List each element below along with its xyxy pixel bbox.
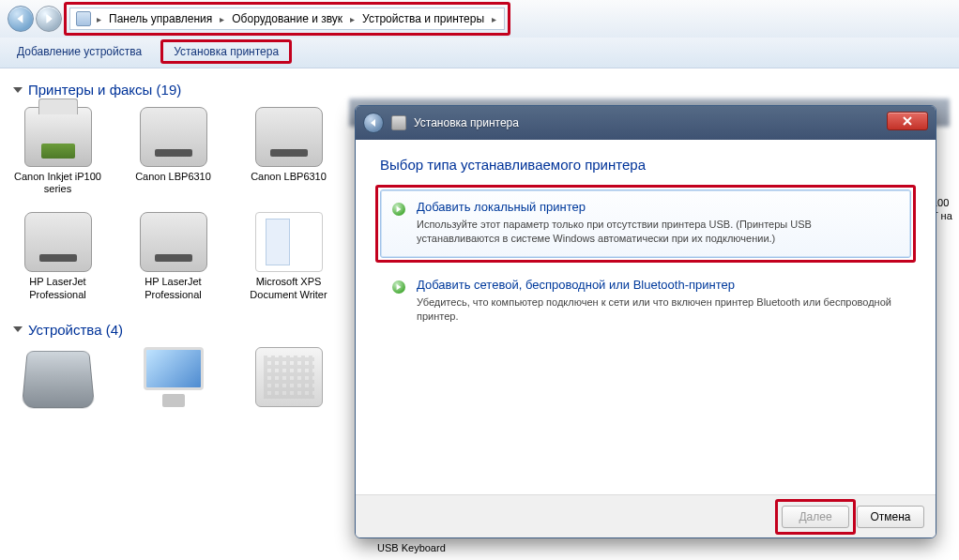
device-tile[interactable]: [129, 347, 218, 411]
device-label: Canon Inkjet iP100 series: [13, 171, 102, 195]
chevron-right-icon: ▸: [218, 14, 226, 24]
collapse-icon: [13, 326, 23, 332]
printer-icon: [140, 107, 207, 167]
keyboard-icon: [255, 347, 323, 407]
dialog-footer: Далее Отмена: [356, 494, 936, 537]
device-label: Canon LBP6310: [251, 171, 327, 183]
dialog-titlebar[interactable]: Установка принтера: [356, 106, 936, 140]
device-tile[interactable]: [244, 347, 333, 411]
dialog-heading: Выбор типа устанавливаемого принтера: [380, 157, 911, 173]
nav-back-button[interactable]: [8, 6, 34, 32]
chevron-right-icon: ▸: [490, 14, 498, 24]
group-title-text: Принтеры и факсы: [28, 82, 152, 98]
group-count: 4: [111, 322, 118, 338]
arrow-right-icon: [392, 280, 405, 294]
printer-icon: [24, 212, 92, 272]
cancel-button[interactable]: Отмена: [857, 506, 924, 528]
dialog-title: Установка принтера: [414, 116, 519, 129]
printer-icon: [391, 115, 406, 130]
option-desc: Используйте этот параметр только при отс…: [417, 218, 897, 246]
device-label: HP LaserJet Professional: [13, 276, 102, 300]
add-printer-dialog: Установка принтера Выбор типа устанавлив…: [355, 105, 936, 538]
device-tile[interactable]: Canon LBP6310: [129, 107, 218, 195]
device-tile[interactable]: Canon Inkjet iP100 series: [13, 107, 102, 195]
group-title-text: Устройства: [28, 322, 101, 338]
device-tile[interactable]: Canon LBP6310: [244, 107, 333, 195]
option-desc: Убедитесь, что компьютер подключен к сет…: [417, 295, 897, 324]
nav-forward-button[interactable]: [36, 6, 62, 32]
chevron-right-icon: ▸: [348, 14, 357, 24]
group-title: Принтеры и факсы (19): [28, 82, 181, 98]
toolbar-add-printer[interactable]: Установка принтера: [166, 41, 286, 62]
option-local-printer[interactable]: Добавить локальный принтер Используйте э…: [380, 189, 911, 258]
toolbar: Добавление устройства Установка принтера: [0, 38, 959, 68]
option-title: Добавить сетевой, беспроводной или Bluet…: [417, 278, 897, 292]
printer-icon: [24, 107, 92, 167]
breadcrumb[interactable]: ▸ Панель управления ▸ Оборудование и зву…: [69, 8, 505, 30]
breadcrumb-item[interactable]: Панель управления: [107, 11, 214, 26]
dialog-back-button[interactable]: [363, 113, 384, 133]
device-tile[interactable]: HP LaserJet Professional: [13, 212, 102, 300]
arrow-right-icon: [392, 203, 405, 216]
group-count: 19: [161, 82, 177, 98]
scanner-icon: [21, 351, 94, 408]
document-icon: [255, 212, 323, 272]
device-tile[interactable]: [13, 347, 102, 411]
obscured-label: USB Keyboard: [377, 542, 446, 553]
chevron-right-icon: ▸: [95, 14, 103, 24]
option-title: Добавить локальный принтер: [417, 200, 897, 214]
printer-icon: [255, 107, 323, 167]
device-label: Canon LBP6310: [135, 171, 211, 183]
collapse-icon: [13, 87, 23, 93]
breadcrumb-item[interactable]: Оборудование и звук: [230, 11, 344, 26]
device-tile[interactable]: HP LaserJet Professional: [129, 212, 218, 300]
device-label: Microsoft XPS Document Writer: [244, 276, 333, 300]
breadcrumb-item[interactable]: Устройства и принтеры: [360, 11, 486, 26]
printer-icon: [140, 212, 207, 272]
toolbar-add-device[interactable]: Добавление устройства: [9, 41, 149, 62]
device-label: HP LaserJet Professional: [129, 276, 218, 300]
option-network-printer[interactable]: Добавить сетевой, беспроводной или Bluet…: [380, 267, 911, 336]
next-button[interactable]: Далее: [782, 506, 849, 528]
group-title: Устройства (4): [28, 322, 123, 338]
monitor-icon: [140, 347, 207, 407]
control-panel-icon: [76, 11, 91, 26]
device-tile[interactable]: Microsoft XPS Document Writer: [244, 212, 333, 300]
group-header-printers[interactable]: Принтеры и факсы (19): [13, 82, 946, 98]
close-button[interactable]: [887, 112, 928, 130]
